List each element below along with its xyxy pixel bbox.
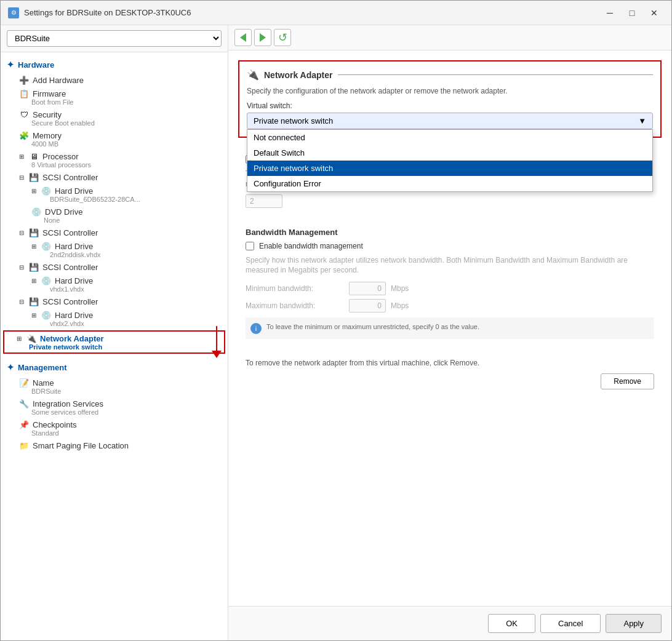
integration-detail: Some services offered xyxy=(19,408,222,416)
sidebar-item-harddrive2[interactable]: ⊞ 💿 Hard Drive 2nd2nddisk.vhdx xyxy=(1,239,228,260)
dvd-detail: None xyxy=(31,217,222,224)
option-private-network[interactable]: Private network switch xyxy=(247,161,652,176)
sidebar-item-smart-paging[interactable]: 📁 Smart Paging File Location xyxy=(1,439,228,452)
scsi3-icon: 💾 xyxy=(29,262,39,272)
vlan-input[interactable] xyxy=(246,194,282,208)
sidebar-item-harddrive4[interactable]: ⊞ 💿 Hard Drive vhdx2.vhdx xyxy=(1,308,228,329)
bandwidth-checkbox-row: Enable bandwidth management xyxy=(246,242,654,250)
virtual-switch-selector[interactable]: Private network switch ▼ xyxy=(247,113,653,129)
integration-label: Integration Services xyxy=(33,399,103,408)
forward-button[interactable] xyxy=(254,29,271,46)
maximize-button[interactable]: □ xyxy=(622,6,642,20)
info-row: i To leave the minimum or maximum unrest… xyxy=(246,317,654,339)
scsi4-label: SCSI Controller xyxy=(42,297,98,306)
back-button[interactable] xyxy=(234,29,252,46)
back-icon xyxy=(240,33,246,42)
sidebar-item-checkpoints[interactable]: 📌 Checkpoints Standard xyxy=(1,418,228,439)
cancel-button[interactable]: Cancel xyxy=(540,614,601,633)
processor-expand-icon: ⊞ xyxy=(19,153,24,160)
close-button[interactable]: ✕ xyxy=(644,6,664,20)
hd2-detail: 2nd2nddisk.vhdx xyxy=(31,251,222,258)
management-section-icon: ✦ xyxy=(7,362,14,372)
hardware-section-icon: ✦ xyxy=(7,60,14,70)
sidebar-item-name[interactable]: 📝 Name BDRSuite xyxy=(1,376,228,397)
memory-icon: 🧩 xyxy=(19,130,29,140)
hd1-icon: 💿 xyxy=(41,186,51,196)
bandwidth-checkbox-label: Enable bandwidth management xyxy=(259,242,363,250)
management-section-header: ✦ Management xyxy=(1,359,228,376)
ok-button[interactable]: OK xyxy=(488,614,535,633)
hd3-label: Hard Drive xyxy=(55,276,93,285)
network-adapter-icon: 🔌 xyxy=(26,333,36,343)
refresh-icon: ↺ xyxy=(278,31,287,44)
checkpoints-icon: 📌 xyxy=(19,420,29,429)
hd3-icon: 💿 xyxy=(41,276,51,285)
title-bar-controls: ─ □ ✕ xyxy=(600,6,664,20)
sidebar-item-harddrive1[interactable]: ⊞ 💿 Hard Drive BDRSuite_6DB65232-28CA... xyxy=(1,184,228,205)
vm-selector[interactable]: BDRSuite xyxy=(7,30,222,47)
sidebar-item-security[interactable]: 🛡 Security Secure Boot enabled xyxy=(1,108,228,129)
window-title: Settings for BDRSuite on DESKTOP-3TK0UC6 xyxy=(24,8,191,17)
dvd-label: DVD Drive xyxy=(45,207,82,217)
option-default-switch[interactable]: Default Switch xyxy=(247,145,652,161)
sidebar-item-harddrive3[interactable]: ⊞ 💿 Hard Drive vhdx1.vhdx xyxy=(1,274,228,295)
sidebar-item-network-adapter[interactable]: ⊞ 🔌 Network Adapter Private network swit… xyxy=(3,330,225,354)
network-adapter-section: 🔌 Network Adapter Specify the configurat… xyxy=(238,60,662,138)
apply-button[interactable]: Apply xyxy=(606,614,662,633)
processor-icon: 🖥 xyxy=(29,151,39,161)
min-bandwidth-row: Minimum bandwidth: Mbps xyxy=(246,282,654,295)
scsi2-label: SCSI Controller xyxy=(42,228,98,237)
checkpoints-detail: Standard xyxy=(19,429,222,437)
sidebar-item-add-hardware[interactable]: ➕ Add Hardware xyxy=(1,73,228,87)
forward-icon xyxy=(260,33,266,42)
red-arrow-indicator xyxy=(212,326,222,358)
network-adapter-desc: Specify the configuration of the network… xyxy=(247,87,653,95)
option-not-connected[interactable]: Not connected xyxy=(247,130,652,145)
sidebar-item-scsi3[interactable]: ⊟ 💾 SCSI Controller xyxy=(1,260,228,274)
sidebar-item-processor[interactable]: ⊞ 🖥 Processor 8 Virtual processors xyxy=(1,149,228,170)
sidebar-item-scsi1[interactable]: ⊟ 💾 SCSI Controller xyxy=(1,170,228,184)
security-label: Security xyxy=(33,110,62,119)
scsi2-expand-icon: ⊟ xyxy=(19,229,24,236)
hd4-expand-icon: ⊞ xyxy=(31,312,36,319)
hardware-section-header: ✦ Hardware xyxy=(1,56,228,73)
bandwidth-checkbox[interactable] xyxy=(246,242,254,250)
hd4-label: Hard Drive xyxy=(55,311,93,320)
virtual-switch-current-value: Private network switch xyxy=(254,116,333,125)
smart-paging-icon: 📁 xyxy=(19,440,29,450)
scsi1-icon: 💾 xyxy=(29,172,39,182)
dropdown-chevron-icon: ▼ xyxy=(638,116,646,125)
max-bandwidth-input[interactable] xyxy=(349,299,386,313)
firmware-icon: 📋 xyxy=(19,89,29,98)
remove-desc: To remove the network adapter from this … xyxy=(246,359,654,367)
remove-button[interactable]: Remove xyxy=(601,373,654,389)
minimize-button[interactable]: ─ xyxy=(600,6,620,20)
hd1-label: Hard Drive xyxy=(55,186,93,196)
dvd-icon: 💿 xyxy=(31,207,41,217)
sidebar-item-firmware[interactable]: 📋 Firmware Boot from File xyxy=(1,87,228,108)
scsi1-label: SCSI Controller xyxy=(42,173,98,182)
hd1-expand-icon: ⊞ xyxy=(31,188,36,194)
net-expand-icon: ⊞ xyxy=(17,335,22,342)
network-adapter-detail: Private network switch xyxy=(17,343,218,351)
scsi4-expand-icon: ⊟ xyxy=(19,298,24,305)
sidebar-item-scsi4[interactable]: ⊟ 💾 SCSI Controller xyxy=(1,295,228,308)
sidebar-item-memory[interactable]: 🧩 Memory 4000 MB xyxy=(1,129,228,149)
sidebar-item-dvd[interactable]: 💿 DVD Drive None xyxy=(1,205,228,226)
sidebar-item-scsi2[interactable]: ⊟ 💾 SCSI Controller xyxy=(1,226,228,239)
min-bandwidth-input[interactable] xyxy=(349,282,386,295)
management-label: Management xyxy=(18,363,66,372)
scsi4-icon: 💾 xyxy=(29,297,39,306)
name-detail: BDRSuite xyxy=(19,388,222,395)
network-adapter-label: Network Adapter xyxy=(40,334,104,343)
max-bandwidth-unit: Mbps xyxy=(391,301,409,310)
network-adapter-section-title: Network Adapter xyxy=(264,70,333,80)
title-divider xyxy=(338,74,653,75)
footer: OK Cancel Apply xyxy=(228,606,671,640)
sidebar-item-integration[interactable]: 🔧 Integration Services Some services off… xyxy=(1,397,228,418)
option-config-error[interactable]: Configuration Error xyxy=(247,176,652,191)
checkpoints-label: Checkpoints xyxy=(33,420,77,429)
hd4-icon: 💿 xyxy=(41,310,51,320)
arrow-head xyxy=(212,351,222,358)
refresh-button[interactable]: ↺ xyxy=(274,29,291,46)
